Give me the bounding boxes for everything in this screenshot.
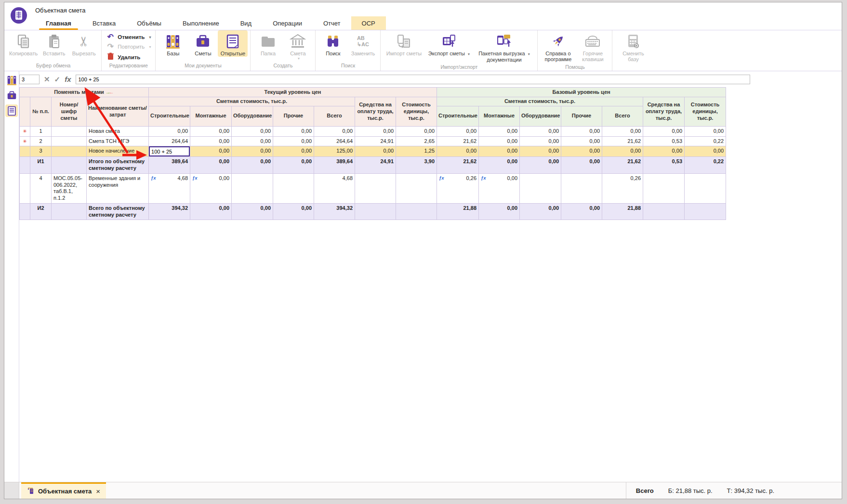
row-number-cell[interactable]: И1 [30,157,52,174]
grid-cell[interactable]: 21,88 [602,203,643,220]
grid-cell[interactable]: 0,00 [190,146,232,157]
hotkeys-button[interactable]: Горячие клавиши [576,30,609,63]
row-name-cell[interactable]: Итого по объектному сметному расчету [87,157,149,174]
tab-osr[interactable]: ОСР [351,16,386,30]
grid-cell[interactable]: 0,00 [479,146,520,157]
grid-cell[interactable]: 0,00 [232,203,273,220]
grid-cell[interactable]: 0,00 [190,157,232,174]
row-name-cell[interactable]: Новое начисление [87,146,149,157]
chevron-down-icon[interactable]: ▾ [149,35,151,39]
grid-cell[interactable]: 394,32 [314,203,355,220]
tab-obyomy[interactable]: Объёмы [126,16,172,30]
grid-cell[interactable]: 0,00 [355,126,396,136]
grid-cell[interactable]: 21,62 [437,157,479,174]
grid-cell[interactable]: 21,88 [437,203,479,220]
rail-open-docs-icon[interactable] [5,104,18,117]
row-name-cell[interactable]: Временные здания и сооружения [87,173,149,203]
grid-cell[interactable]: 0,00 [479,136,520,146]
grid-cell[interactable]: 125,00 [314,146,355,157]
grid-cell[interactable]: 0,00 [149,126,190,136]
tab-vypolnenie[interactable]: Выполнение [172,16,230,30]
grid-cell[interactable]: 21,62 [602,136,643,146]
grid-cell[interactable]: 0,00 [685,146,726,157]
grid-cell[interactable] [355,203,396,220]
grid-cell[interactable]: 0,00 [190,203,232,220]
grid-cell[interactable]: 0,00 [232,136,273,146]
doc-tab-active[interactable]: Объектная смета × [21,482,106,499]
grid-cell[interactable]: 24,91 [355,136,396,146]
grid-cell[interactable]: 0,00 [520,146,561,157]
grid-cell[interactable]: 0,00 [643,146,685,157]
about-button[interactable]: Справка о программе [540,30,576,63]
grid-cell[interactable]: 2,65 [396,136,437,146]
grid-cell[interactable]: 21,62 [602,157,643,174]
row-code-cell[interactable]: МОС.05.05-006.2022, таб.В.1, п.1.2 [52,173,87,203]
close-icon[interactable]: × [96,487,100,495]
cell-formula-input[interactable] [149,146,190,156]
grid-cell[interactable]: 0,22 [685,157,726,174]
row-name-cell[interactable]: Новая смета [87,126,149,136]
new-estimate-button[interactable]: Смета ▾ [283,30,313,61]
grid-cell[interactable]: 0,00 [190,126,232,136]
grid-cell[interactable]: 0,00 [520,203,561,220]
grid-cell[interactable]: 0,00 [520,157,561,174]
table-row[interactable]: 3Новое начисление0,000,000,00125,000,001… [20,146,726,157]
grid-cell[interactable] [396,173,437,203]
grid-cell[interactable]: 0,00 [561,157,602,174]
grid-cell[interactable]: ƒx0,26 [437,173,479,203]
grid-cell[interactable] [643,203,685,220]
grid-cell[interactable]: 0,00 [520,126,561,136]
delete-button[interactable]: Удалить [106,52,151,62]
row-name-cell[interactable]: Смета ТСН МГЭ [87,136,149,146]
grid-cell[interactable] [561,173,602,203]
grid-cell[interactable]: 0,00 [479,203,520,220]
grid-cell-editing[interactable] [149,146,190,157]
grid-cell[interactable]: 0,00 [273,146,314,157]
grid-cell[interactable]: 0,00 [602,146,643,157]
grid-cell[interactable]: 1,25 [396,146,437,157]
rail-estimates-icon[interactable] [5,89,18,102]
rail-bases-icon[interactable] [5,74,18,86]
bases-button[interactable]: Базы [158,30,188,57]
grid-cell[interactable]: 0,00 [273,157,314,174]
row-code-cell[interactable] [52,203,87,220]
grid-cell[interactable]: 0,00 [232,126,273,136]
table-row[interactable]: И1Итого по объектному сметному расчету38… [20,157,726,174]
tab-vid[interactable]: Вид [230,16,263,30]
grid-cell[interactable]: ƒx0,00 [190,173,232,203]
grid-cell[interactable] [273,173,314,203]
batch-upload-button[interactable]: Пакетная выгрузка ▾ документации [473,30,535,63]
grid-cell[interactable]: 0,26 [602,173,643,203]
grid-cell[interactable]: 264,64 [314,136,355,146]
table-row[interactable]: 4МОС.05.05-006.2022, таб.В.1, п.1.2Време… [20,173,726,203]
cell-ref-input[interactable] [19,75,40,84]
tab-operacii[interactable]: Операции [262,16,313,30]
grid-cell[interactable] [643,173,685,203]
grid-cell[interactable]: 0,00 [396,126,437,136]
row-number-cell[interactable]: И2 [30,203,52,220]
confirm-icon[interactable]: ✓ [54,75,61,84]
folder-button[interactable]: Папка [253,30,283,57]
grid-cell[interactable]: 0,00 [561,203,602,220]
tab-vstavka[interactable]: Вставка [82,16,126,30]
chevron-down-icon[interactable]: ▾ [468,52,470,56]
grid-cell[interactable]: 264,64 [149,136,190,146]
grid-cell[interactable]: 0,00 [273,136,314,146]
grid-cell[interactable]: 0,00 [437,126,479,136]
open-docs-button[interactable]: Открытые [218,30,248,57]
row-number-cell[interactable]: 3 [30,146,52,157]
row-number-cell[interactable]: 2 [30,136,52,146]
fx-icon[interactable]: fx [65,75,71,83]
grid-cell[interactable]: 394,32 [149,203,190,220]
grid-cell[interactable]: 0,00 [561,146,602,157]
grid-cell[interactable] [685,203,726,220]
tab-otchet[interactable]: Отчет [313,16,351,30]
chevron-down-icon[interactable]: ▾ [149,45,151,49]
grid-cell[interactable]: 0,00 [479,157,520,174]
chevron-down-icon[interactable]: ▾ [528,52,530,56]
row-code-cell[interactable] [52,136,87,146]
import-estimate-button[interactable]: Импорт сметы [383,30,424,57]
tab-glavnaya[interactable]: Главная [35,16,82,30]
cancel-icon[interactable]: ✕ [44,75,50,84]
grid-cell[interactable]: 21,62 [437,136,479,146]
